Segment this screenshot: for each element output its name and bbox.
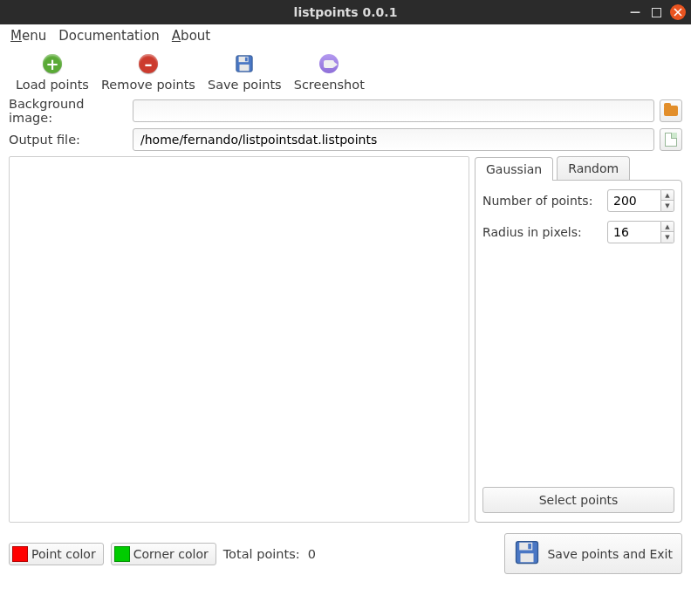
load-points-label: Load points: [16, 78, 89, 92]
svg-rect-2: [240, 65, 250, 71]
corner-color-label: Corner color: [133, 547, 209, 561]
browse-background-button[interactable]: [660, 99, 682, 122]
radius-input[interactable]: [607, 221, 661, 243]
svg-rect-6: [521, 553, 534, 562]
document-icon: [665, 133, 677, 147]
save-and-exit-label: Save points and Exit: [547, 547, 673, 561]
remove-points-label: Remove points: [101, 78, 195, 92]
toolbar: + Load points – Remove points Save point…: [0, 47, 691, 95]
screenshot-button[interactable]: Screenshot: [294, 52, 365, 92]
window-close-button[interactable]: [670, 4, 686, 20]
load-points-button[interactable]: + Load points: [16, 52, 89, 92]
background-image-row: Background image:: [0, 95, 691, 127]
gaussian-panel: Number of points: ▲ ▼ Radius in pixels: …: [475, 180, 682, 523]
point-color-label: Point color: [31, 547, 96, 561]
corner-color-button[interactable]: Corner color: [111, 543, 216, 565]
radius-up[interactable]: ▲: [661, 222, 674, 232]
svg-rect-7: [529, 544, 532, 549]
footer: Point color Corner color Total points: 0…: [0, 523, 691, 585]
num-points-up[interactable]: ▲: [661, 190, 674, 201]
floppy-icon: [514, 539, 540, 568]
background-image-label: Background image:: [9, 97, 127, 125]
title-bar: listpoints 0.0.1 —: [0, 0, 691, 24]
svg-rect-3: [245, 58, 248, 62]
menu-bar: Menu Documentation About: [0, 24, 691, 47]
num-points-input[interactable]: [607, 189, 661, 212]
point-color-swatch: [12, 546, 28, 562]
output-file-row: Output file:: [0, 127, 691, 153]
minus-icon: –: [139, 54, 158, 73]
tab-gaussian[interactable]: Gaussian: [475, 157, 553, 181]
canvas-area[interactable]: [9, 156, 469, 523]
camera-icon: [319, 54, 339, 73]
window-minimize-button[interactable]: —: [627, 4, 643, 20]
select-points-button[interactable]: Select points: [482, 487, 674, 513]
screenshot-label: Screenshot: [294, 78, 365, 92]
menu-menu[interactable]: Menu: [10, 28, 46, 44]
radius-row: Radius in pixels: ▲ ▼: [482, 221, 674, 243]
output-file-label: Output file:: [9, 133, 127, 147]
background-image-input[interactable]: [133, 99, 654, 122]
tab-random[interactable]: Random: [557, 156, 630, 180]
save-and-exit-button[interactable]: Save points and Exit: [504, 533, 682, 574]
point-color-button[interactable]: Point color: [9, 543, 104, 565]
save-points-button[interactable]: Save points: [208, 52, 282, 92]
plus-icon: +: [43, 54, 62, 73]
num-points-row: Number of points: ▲ ▼: [482, 189, 674, 212]
remove-points-button[interactable]: – Remove points: [101, 52, 195, 92]
folder-icon: [664, 106, 678, 116]
main-area: Gaussian Random Number of points: ▲ ▼ Ra…: [0, 153, 691, 523]
corner-color-swatch: [114, 546, 130, 562]
side-panel: Gaussian Random Number of points: ▲ ▼ Ra…: [475, 156, 682, 523]
tab-strip: Gaussian Random: [475, 156, 682, 180]
save-points-label: Save points: [208, 78, 282, 92]
browse-output-button[interactable]: [660, 128, 682, 151]
radius-label: Radius in pixels:: [482, 225, 602, 239]
menu-documentation[interactable]: Documentation: [58, 28, 160, 44]
total-points-label: Total points: 0: [223, 547, 316, 561]
num-points-down[interactable]: ▼: [661, 201, 674, 211]
num-points-label: Number of points:: [482, 194, 602, 208]
radius-down[interactable]: ▼: [661, 232, 674, 243]
floppy-icon: [233, 52, 256, 75]
window-title: listpoints 0.0.1: [294, 5, 398, 19]
menu-about[interactable]: About: [172, 28, 210, 44]
output-file-input[interactable]: [133, 128, 654, 151]
window-maximize-button[interactable]: [652, 8, 661, 17]
